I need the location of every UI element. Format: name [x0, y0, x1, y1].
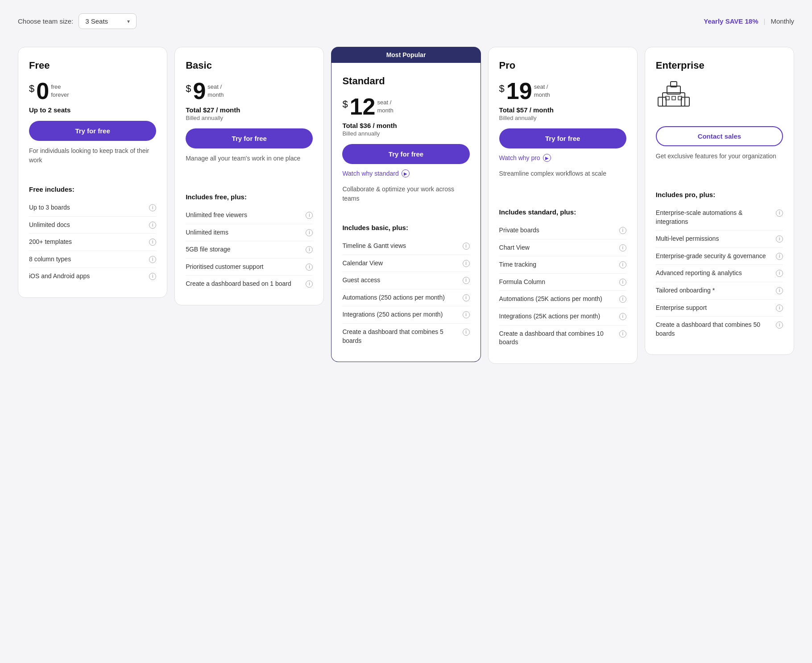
feature-item: Calendar View i [342, 255, 469, 272]
info-icon[interactable]: i [149, 273, 156, 280]
feature-list-free: Up to 3 boards i Unlimited docs i 200+ t… [29, 199, 156, 285]
info-icon[interactable]: i [149, 204, 156, 211]
feature-item: iOS and Android apps i [29, 268, 156, 285]
price-total: Total $27 / month [186, 106, 313, 114]
info-icon[interactable]: i [776, 253, 783, 260]
plan-wrapper-enterprise: Enterprise Contact salesGet exclusive fe… [645, 47, 794, 355]
info-icon[interactable]: i [619, 313, 626, 320]
feature-item: Enterprise support i [656, 300, 783, 317]
feature-text: Multi-level permissions [656, 235, 772, 243]
plan-card-standard: Standard $ 12 seat / month Total $36 / m… [331, 63, 481, 362]
info-icon[interactable]: i [306, 246, 313, 253]
feature-text: Guest access [342, 276, 459, 285]
feature-text: Integrations (250 actions per month) [342, 310, 459, 319]
feature-text: Chart View [499, 243, 616, 252]
try-btn-pro[interactable]: Try for free [499, 128, 626, 148]
yearly-billing-label[interactable]: Yearly SAVE 18% [704, 17, 758, 25]
try-btn-standard[interactable]: Try for free [342, 144, 469, 164]
info-icon[interactable]: i [619, 244, 626, 251]
free-seats-label: Up to 2 seats [29, 106, 156, 114]
feature-item: Integrations (25K actions per month) i [499, 308, 626, 325]
plan-wrapper-basic: Basic $ 9 seat / month Total $27 / month… [174, 47, 324, 305]
team-size-value: 3 Seats [85, 17, 108, 25]
info-icon[interactable]: i [776, 305, 783, 312]
feature-text: Prioritised customer support [186, 263, 302, 272]
info-icon[interactable]: i [463, 277, 470, 284]
price-amount: 0 [36, 79, 49, 103]
price-total: Total $57 / month [499, 106, 626, 114]
info-icon[interactable]: i [463, 329, 470, 336]
features-title-basic: Includes free, plus: [186, 193, 313, 201]
info-icon[interactable]: i [463, 243, 470, 250]
price-currency: $ [342, 99, 348, 110]
feature-list-basic: Unlimited free viewers i Unlimited items… [186, 207, 313, 292]
plan-wrapper-standard: Most PopularStandard $ 12 seat / month T… [331, 47, 481, 362]
watch-label: Watch why standard [342, 170, 398, 177]
feature-text: Up to 3 boards [29, 203, 145, 212]
price-billed: Billed annually [186, 115, 313, 121]
feature-item: Create a dashboard that combines 10 boar… [499, 325, 626, 351]
feature-item: Guest access i [342, 272, 469, 289]
watch-link-pro[interactable]: Watch why pro ▶ [499, 154, 626, 162]
team-size-label: Choose team size: [18, 17, 73, 25]
feature-text: Unlimited docs [29, 221, 145, 230]
divider: | [764, 17, 766, 25]
monthly-billing-label[interactable]: Monthly [771, 17, 794, 25]
info-icon[interactable]: i [149, 256, 156, 263]
try-btn-basic[interactable]: Try for free [186, 128, 313, 148]
info-icon[interactable]: i [776, 321, 783, 329]
contact-btn-enterprise[interactable]: Contact sales [656, 126, 783, 146]
feature-item: Time tracking i [499, 256, 626, 274]
info-icon[interactable]: i [776, 287, 783, 294]
info-icon[interactable]: i [463, 311, 470, 318]
info-icon[interactable]: i [776, 270, 783, 277]
price-currency: $ [499, 83, 505, 95]
info-icon[interactable]: i [619, 296, 626, 303]
info-icon[interactable]: i [306, 212, 313, 219]
feature-item: Private boards i [499, 222, 626, 239]
feature-list-standard: Timeline & Gantt views i Calendar View i… [342, 238, 469, 349]
team-size-dropdown[interactable]: 3 Seats ▾ [79, 13, 137, 29]
plan-description-enterprise: Get exclusive features for your organiza… [656, 152, 783, 178]
feature-item: Multi-level permissions i [656, 231, 783, 248]
feature-text: Enterprise-scale automations & integrati… [656, 209, 772, 226]
team-size-selector: Choose team size: 3 Seats ▾ [18, 13, 137, 29]
info-icon[interactable]: i [619, 227, 626, 234]
info-icon[interactable]: i [149, 239, 156, 246]
info-icon[interactable]: i [619, 279, 626, 286]
info-icon[interactable]: i [776, 235, 783, 243]
feature-item: Timeline & Gantt views i [342, 238, 469, 255]
try-btn-free[interactable]: Try for free [29, 121, 156, 141]
price-details: seat / month [534, 83, 550, 99]
feature-item: Create a dashboard that combines 50 boar… [656, 317, 783, 342]
info-icon[interactable]: i [306, 264, 313, 271]
info-icon[interactable]: i [463, 294, 470, 301]
info-icon[interactable]: i [306, 280, 313, 288]
info-icon[interactable]: i [306, 229, 313, 236]
feature-item: 5GB file storage i [186, 241, 313, 259]
info-icon[interactable]: i [463, 260, 470, 267]
info-icon[interactable]: i [776, 210, 783, 217]
plan-description-free: For individuals looking to keep track of… [29, 146, 156, 173]
feature-text: Create a dashboard that combines 5 board… [342, 328, 459, 345]
plan-price-row-pro: $ 19 seat / month [499, 79, 626, 103]
feature-text: 8 column types [29, 255, 145, 264]
feature-list-pro: Private boards i Chart View i Time track… [499, 222, 626, 351]
feature-item: Tailored onboarding * i [656, 282, 783, 300]
price-billed: Billed annually [499, 115, 626, 121]
plan-name-free: Free [29, 60, 156, 71]
info-icon[interactable]: i [619, 330, 626, 338]
top-bar: Choose team size: 3 Seats ▾ Yearly SAVE … [18, 13, 794, 29]
feature-text: Integrations (25K actions per month) [499, 312, 616, 321]
feature-item: 8 column types i [29, 251, 156, 268]
info-icon[interactable]: i [619, 261, 626, 268]
plan-wrapper-free: Free $ 0 free forever Up to 2 seatsTry f… [18, 47, 167, 298]
feature-text: Automations (250 actions per month) [342, 293, 459, 302]
svg-rect-6 [672, 96, 675, 100]
plan-price-row-basic: $ 9 seat / month [186, 79, 313, 103]
plan-name-pro: Pro [499, 60, 626, 71]
feature-item: Automations (250 actions per month) i [342, 289, 469, 307]
watch-link-standard[interactable]: Watch why standard ▶ [342, 169, 469, 177]
info-icon[interactable]: i [149, 222, 156, 229]
feature-list-enterprise: Enterprise-scale automations & integrati… [656, 205, 783, 342]
